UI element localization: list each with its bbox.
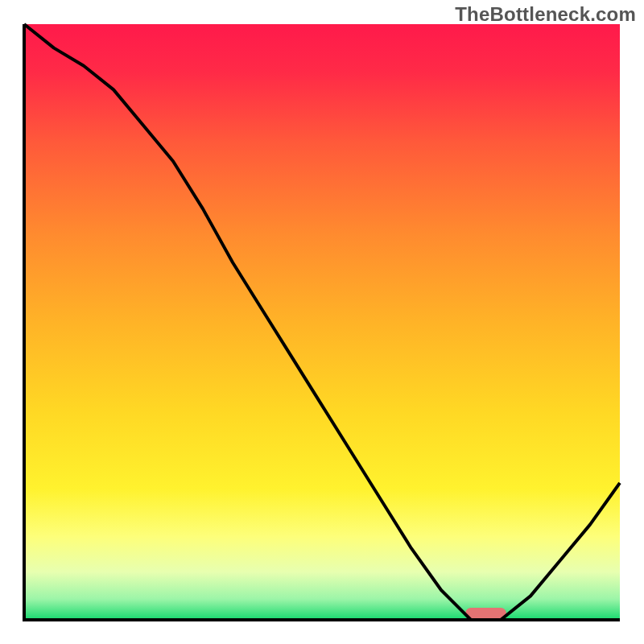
bottleneck-chart	[0, 0, 644, 644]
chart-background	[24, 24, 620, 620]
